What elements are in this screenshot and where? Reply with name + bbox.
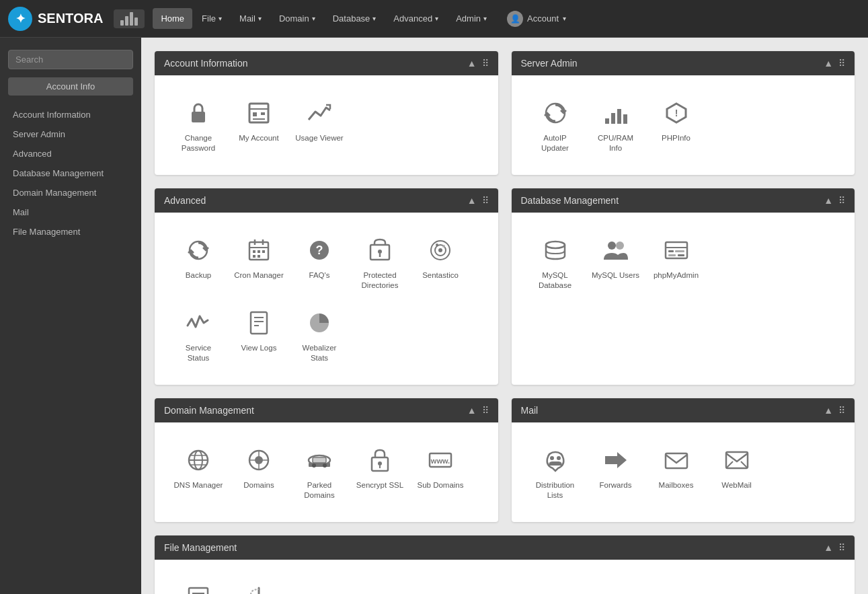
sidebar-item-database-management[interactable]: Database Management bbox=[0, 163, 141, 183]
dns-manager-label: DNS Manager bbox=[174, 480, 223, 490]
nav-file[interactable]: File▾ bbox=[194, 8, 230, 29]
usage-viewer-icon bbox=[303, 97, 336, 129]
panel-mail-collapse[interactable]: ▲ bbox=[824, 405, 833, 416]
nav-advanced[interactable]: Advanced▾ bbox=[385, 8, 446, 29]
dns-manager-icon bbox=[182, 444, 214, 476]
panel-server-admin-collapse[interactable]: ▲ bbox=[824, 58, 833, 69]
sidebar-item-mail[interactable]: Mail bbox=[0, 202, 141, 222]
sidebar-item-file-management[interactable]: File Management bbox=[0, 222, 141, 242]
phpmyadmin-label: phpMyAdmin bbox=[654, 270, 699, 281]
icon-mysql-users[interactable]: MySQL Users bbox=[586, 226, 646, 299]
panel-database-management-header: Database Management ▲ ⠿ bbox=[512, 188, 855, 213]
backup-label: Backup bbox=[186, 270, 211, 281]
svg-point-36 bbox=[546, 242, 565, 248]
panel-file-management: File Management ▲ ⠿ ELFileManager bbox=[155, 535, 855, 595]
nav-mail[interactable]: Mail▾ bbox=[231, 8, 270, 29]
panel-advanced-menu[interactable]: ⠿ bbox=[482, 195, 489, 206]
icon-phpinfo[interactable]: ! PHPInfo bbox=[646, 89, 707, 161]
icon-faqs[interactable]: ? FAQ's bbox=[289, 226, 350, 299]
panel-advanced: Advanced ▲ ⠿ Backup bbox=[155, 188, 498, 385]
icon-mailboxes[interactable]: Mailboxes bbox=[646, 436, 707, 509]
icon-sub-domains[interactable]: www. Sub Domains bbox=[410, 436, 471, 509]
icon-mysql-database[interactable]: MySQL Database bbox=[525, 226, 586, 299]
icon-phpmyadmin[interactable]: phpMyAdmin bbox=[646, 226, 707, 299]
sidebar-item-account-information[interactable]: Account Information bbox=[0, 105, 141, 124]
panel-file-management-collapse[interactable]: ▲ bbox=[824, 542, 833, 553]
icon-autoip-updater[interactable]: AutoIP Updater bbox=[525, 89, 586, 161]
panel-database-management-collapse[interactable]: ▲ bbox=[824, 195, 833, 206]
panel-account-information-menu[interactable]: ⠿ bbox=[482, 58, 489, 69]
panel-advanced-collapse[interactable]: ▲ bbox=[467, 195, 477, 206]
svg-rect-41 bbox=[668, 250, 674, 252]
icon-cron-manager[interactable]: Cron Manager bbox=[229, 226, 289, 299]
nav-domain[interactable]: Domain▾ bbox=[271, 8, 323, 29]
icon-ftp-accounts[interactable]: FTP Accounts bbox=[229, 573, 289, 595]
panel-mail: Mail ▲ ⠿ Distribution Lists bbox=[512, 398, 855, 522]
svg-point-37 bbox=[608, 242, 616, 250]
icon-usage-viewer[interactable]: Usage Viewer bbox=[289, 89, 350, 161]
icon-forwards[interactable]: Forwards bbox=[586, 436, 646, 509]
webalizer-stats-label: Webalizer Stats bbox=[294, 343, 344, 363]
icon-sentastico[interactable]: Sentastico bbox=[410, 226, 471, 299]
panel-database-management: Database Management ▲ ⠿ MySQL Database bbox=[512, 188, 855, 385]
account-avatar: 👤 bbox=[507, 11, 523, 27]
panel-database-management-menu[interactable]: ⠿ bbox=[838, 195, 845, 206]
mailboxes-icon bbox=[660, 444, 693, 476]
svg-point-58 bbox=[323, 463, 327, 468]
domains-icon bbox=[243, 444, 275, 476]
svg-marker-66 bbox=[605, 452, 627, 468]
panel-domain-management-menu[interactable]: ⠿ bbox=[482, 405, 489, 416]
svg-text:www.: www. bbox=[430, 457, 450, 465]
svg-point-60 bbox=[378, 461, 382, 466]
nav-database[interactable]: Database▾ bbox=[325, 8, 385, 29]
panel-domain-management-collapse[interactable]: ▲ bbox=[467, 405, 477, 416]
svg-rect-18 bbox=[258, 250, 260, 253]
icon-distribution-lists[interactable]: Distribution Lists bbox=[525, 436, 586, 509]
main-content: Account Information ▲ ⠿ Change Password bbox=[141, 38, 868, 594]
nav-admin[interactable]: Admin▾ bbox=[448, 8, 495, 29]
icon-backup[interactable]: Backup bbox=[168, 226, 229, 299]
icon-domains[interactable]: Domains bbox=[229, 436, 289, 509]
cpu-ram-info-label: CPU/RAM Info bbox=[591, 133, 641, 153]
panel-file-management-menu[interactable]: ⠿ bbox=[838, 542, 845, 553]
icon-protected-directories[interactable]: Protected Directories bbox=[350, 226, 410, 299]
panel-file-management-controls: ▲ ⠿ bbox=[824, 542, 845, 553]
phpinfo-label: PHPInfo bbox=[662, 133, 691, 143]
sidebar-item-advanced[interactable]: Advanced bbox=[0, 144, 141, 163]
panel-mail-menu[interactable]: ⠿ bbox=[838, 405, 845, 416]
change-password-label: Change Password bbox=[173, 133, 223, 153]
svg-rect-9 bbox=[617, 109, 621, 124]
svg-rect-32 bbox=[251, 312, 267, 334]
panel-server-admin-title: Server Admin bbox=[521, 58, 578, 69]
nav-account[interactable]: 👤 Account ▾ bbox=[499, 5, 574, 32]
svg-line-69 bbox=[726, 461, 733, 468]
svg-point-30 bbox=[436, 244, 438, 246]
icon-cpu-ram-info[interactable]: CPU/RAM Info bbox=[586, 89, 646, 161]
panel-server-admin-menu[interactable]: ⠿ bbox=[838, 58, 845, 69]
nav-home[interactable]: Home bbox=[153, 8, 192, 29]
sidebar-item-domain-management[interactable]: Domain Management bbox=[0, 183, 141, 202]
account-info-button[interactable]: Account Info bbox=[8, 77, 133, 96]
sidebar-item-server-admin[interactable]: Server Admin bbox=[0, 124, 141, 144]
panel-mail-title: Mail bbox=[521, 405, 539, 416]
search-input[interactable] bbox=[8, 50, 133, 69]
icon-sencrypt-ssl[interactable]: Sencrypt SSL bbox=[350, 436, 410, 509]
view-logs-label: View Logs bbox=[241, 343, 277, 353]
webmail-label: WebMail bbox=[721, 480, 752, 490]
icon-webalizer-stats[interactable]: Webalizer Stats bbox=[289, 299, 350, 371]
icon-view-logs[interactable]: View Logs bbox=[229, 299, 289, 371]
panel-account-information-collapse[interactable]: ▲ bbox=[467, 58, 477, 69]
icon-parked-domains[interactable]: Parked Domains bbox=[289, 436, 350, 509]
icon-dns-manager[interactable]: DNS Manager bbox=[168, 436, 229, 509]
bar4 bbox=[134, 17, 138, 26]
icon-service-status[interactable]: Service Status bbox=[168, 299, 229, 371]
forwards-label: Forwards bbox=[600, 480, 632, 490]
icon-my-account[interactable]: My Account bbox=[229, 89, 289, 161]
icon-change-password[interactable]: Change Password bbox=[168, 89, 229, 161]
svg-rect-10 bbox=[623, 114, 627, 124]
svg-point-31 bbox=[442, 245, 445, 248]
icon-elfilemanager[interactable]: ELFileManager bbox=[168, 573, 229, 595]
sencrypt-ssl-label: Sencrypt SSL bbox=[356, 480, 403, 490]
icon-webmail[interactable]: WebMail bbox=[707, 436, 767, 509]
panel-file-management-body: ELFileManager FTP Accounts bbox=[155, 560, 855, 595]
